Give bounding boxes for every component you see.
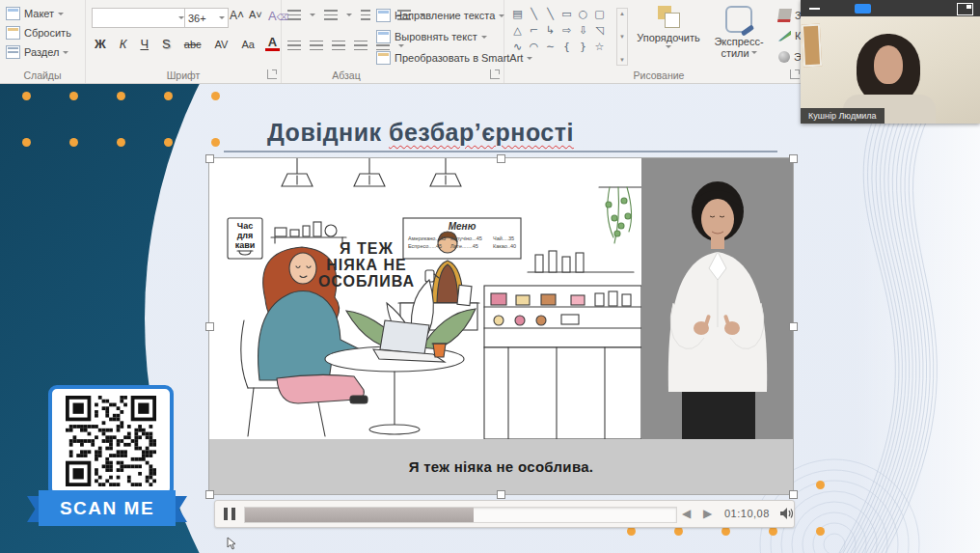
webcam-window[interactable]: Кушнір Людмила: [801, 0, 980, 124]
font-dialog-launcher[interactable]: [267, 69, 277, 79]
slide-title[interactable]: Довідник безбар’єрності: [267, 119, 574, 147]
shape-rounded-rect-icon[interactable]: ▢: [591, 6, 608, 22]
coffee-cup: [432, 344, 447, 357]
frame-back-icon[interactable]: ◀: [682, 506, 691, 521]
shape-rectangle-icon[interactable]: ▭: [558, 6, 575, 22]
shape-corner-shape-icon[interactable]: ◹: [591, 22, 608, 39]
character-spacing-button[interactable]: AV: [212, 39, 231, 50]
title-underline-rule: [224, 151, 777, 152]
menu-item: Лате.......45: [450, 243, 478, 249]
chevron-down-icon: [666, 45, 671, 51]
cafe-illustration: Час для кави Я ТЕЖ НІЯКА НЕ ОСОБЛИВА Мен…: [209, 158, 641, 439]
seek-bar-fill: [245, 508, 474, 522]
decrease-indent-icon[interactable]: [361, 10, 370, 20]
shapes-gallery[interactable]: ▤╲╲▭○▢△⌐↳⇨⇩◹∿◠∼{}☆: [509, 6, 613, 55]
slide-title-word2: безбар’єрності: [389, 119, 574, 146]
grow-font-button[interactable]: A˄: [227, 9, 247, 22]
shape-oval-icon[interactable]: ○: [575, 6, 591, 22]
shape-arc-icon[interactable]: ◠: [526, 39, 542, 55]
shape-triangle-icon[interactable]: △: [509, 22, 526, 39]
layout-button[interactable]: Макет: [4, 6, 85, 21]
paragraph-group-label: Абзац: [282, 69, 411, 81]
selection-handle[interactable]: [205, 322, 214, 331]
smartart-icon: [376, 51, 391, 65]
lamp-icons: [282, 158, 461, 186]
change-case-button[interactable]: Aa: [238, 39, 257, 50]
reset-label: Сбросить: [24, 27, 71, 39]
shrink-font-button[interactable]: A˅: [246, 9, 265, 20]
text-direction-label: Направление текста: [395, 10, 495, 21]
selection-handle[interactable]: [789, 490, 798, 499]
slide-video-object[interactable]: Час для кави Я ТЕЖ НІЯКА НЕ ОСОБЛИВА Мен…: [209, 158, 793, 494]
media-player-bar: ◀ ▶ 01:10,08: [214, 500, 795, 528]
orange-dot: [164, 92, 173, 100]
arrange-button[interactable]: Упорядочить: [634, 6, 703, 51]
drawing-dialog-launcher[interactable]: [790, 69, 800, 79]
section-button[interactable]: Раздел: [4, 44, 85, 60]
strikethrough-button[interactable]: abc: [181, 39, 204, 50]
shape-scribble-icon[interactable]: ∿: [509, 39, 526, 55]
shape-line-icon[interactable]: ╲: [526, 6, 542, 22]
minimize-icon[interactable]: [809, 8, 820, 10]
pause-button[interactable]: [224, 508, 237, 520]
font-size-combobox[interactable]: 36+: [184, 8, 229, 28]
orange-dot: [211, 138, 220, 147]
qr-ribbon-banner: SCAN ME: [39, 490, 176, 526]
shape-brace-right-icon[interactable]: }: [575, 39, 591, 55]
text-direction-button[interactable]: Направление текста: [374, 8, 506, 23]
qr-code: [66, 396, 156, 486]
font-group-label: Шрифт: [86, 69, 281, 81]
frame-forward-icon[interactable]: ▶: [703, 506, 712, 521]
shape-line-alt-icon[interactable]: ╲: [542, 6, 558, 22]
shape-curve-icon[interactable]: ∼: [542, 39, 558, 55]
shape-arrow-down-icon[interactable]: ⇩: [575, 22, 591, 39]
seek-bar[interactable]: [244, 507, 677, 523]
layout-view-icon[interactable]: [957, 3, 973, 15]
align-left-icon[interactable]: [287, 41, 301, 51]
orange-dot: [69, 92, 78, 100]
bold-button[interactable]: Ж: [92, 37, 109, 51]
selection-handle[interactable]: [789, 154, 798, 163]
align-center-icon[interactable]: [310, 41, 323, 51]
selection-handle[interactable]: [497, 490, 505, 499]
layout-icon: [6, 7, 20, 20]
ribbon-group-slides: Макет Сбросить Раздел Слайды: [0, 0, 86, 83]
italic-button[interactable]: К: [117, 37, 130, 51]
poster-line1: Час: [237, 221, 253, 231]
selection-handle[interactable]: [497, 154, 505, 163]
font-color-button[interactable]: А: [265, 37, 280, 51]
shapes-scrollbar[interactable]: ▲▼▼: [616, 8, 628, 66]
chevron-down-icon: [58, 13, 64, 18]
numbering-icon[interactable]: [324, 10, 338, 20]
volume-icon[interactable]: [779, 507, 795, 520]
shape-star-icon[interactable]: ☆: [591, 39, 608, 55]
webcam-video-feed: Кушнір Людмила: [801, 16, 980, 124]
arrange-label: Упорядочить: [634, 32, 703, 43]
shape-elbow-icon[interactable]: ⌐: [526, 22, 542, 39]
selection-handle[interactable]: [205, 490, 214, 499]
shape-arrow-right-icon[interactable]: ⇨: [558, 22, 575, 39]
quick-styles-button[interactable]: Экспресс- стили: [707, 6, 771, 59]
shape-brace-left-icon[interactable]: {: [558, 39, 575, 55]
align-right-icon[interactable]: [332, 41, 345, 51]
align-text-button[interactable]: Выровнять текст: [374, 29, 489, 44]
chevron-down-icon: [219, 16, 225, 22]
speech-line2: НІЯКА НЕ: [326, 257, 407, 273]
selection-handle[interactable]: [205, 154, 214, 163]
orange-dot: [117, 92, 125, 100]
text-shadow-button[interactable]: S: [159, 37, 174, 51]
participant-name-badge: Кушнір Людмила: [801, 108, 885, 124]
selection-handle[interactable]: [789, 322, 798, 331]
font-name-combobox[interactable]: [92, 8, 188, 28]
justify-icon[interactable]: [354, 41, 368, 51]
shape-text-box-icon[interactable]: ▤: [509, 6, 526, 22]
reset-button[interactable]: Сбросить: [4, 25, 85, 41]
menu-item: Какао..40: [493, 243, 516, 249]
shape-elbow-arrow-icon[interactable]: ↳: [542, 22, 558, 39]
paragraph-dialog-launcher[interactable]: [490, 69, 500, 79]
camera-toggle-icon[interactable]: [855, 4, 871, 14]
chevron-down-icon: [346, 14, 352, 19]
underline-button[interactable]: Ч: [137, 37, 151, 51]
speech-line1: Я ТЕЖ: [340, 240, 394, 257]
bullets-icon[interactable]: [287, 10, 301, 20]
